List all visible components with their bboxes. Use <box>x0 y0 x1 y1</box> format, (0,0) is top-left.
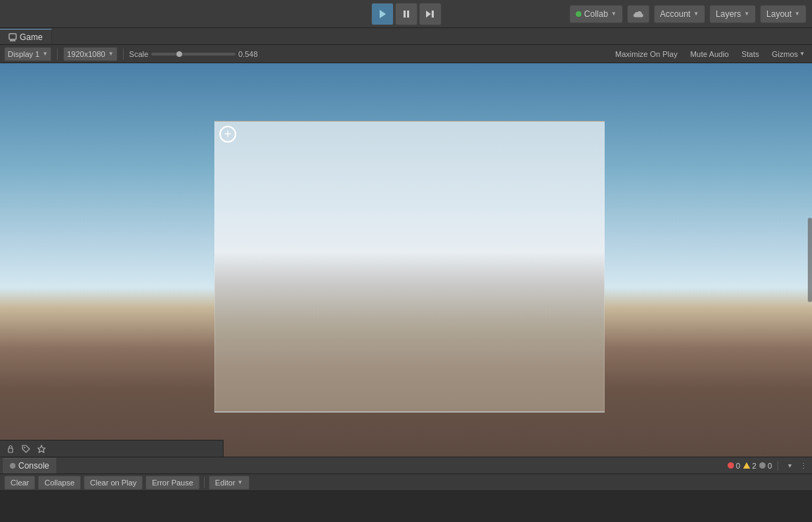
step-button[interactable] <box>419 3 442 25</box>
stats-button[interactable]: Stats <box>739 48 762 60</box>
console-toolbar: Clear Collapse Clear on Play Error Pause… <box>0 474 812 491</box>
scale-slider[interactable] <box>151 53 236 56</box>
warn-count: 2 <box>743 462 756 470</box>
gizmos-label: Gizmos <box>772 50 798 58</box>
console-tab-dot <box>10 463 15 469</box>
svg-marker-0 <box>380 10 386 18</box>
error-count-label: 0 <box>736 462 740 470</box>
bottom-left-panel <box>0 440 224 457</box>
svg-rect-2 <box>407 11 409 18</box>
svg-point-10 <box>24 447 25 448</box>
collapse-arrow-icon[interactable]: ▾ <box>784 460 795 471</box>
separator-2 <box>123 48 124 60</box>
game-options-right: Maximize On Play Mute Audio Stats Gizmos… <box>612 48 808 60</box>
header-sep <box>778 461 778 471</box>
error-count: 0 <box>728 462 740 470</box>
game-tab-bar: Game <box>0 28 812 45</box>
warn-icon <box>743 462 750 469</box>
svg-marker-3 <box>426 11 431 18</box>
account-chevron-icon: ▼ <box>693 11 699 17</box>
editor-label: Editor <box>215 478 236 487</box>
editor-button[interactable]: Editor ▼ <box>209 476 250 490</box>
console-tab[interactable]: Console <box>3 458 56 474</box>
svg-rect-9 <box>8 448 13 452</box>
collab-chevron-icon: ▼ <box>611 11 617 17</box>
cloud-icon <box>633 10 644 18</box>
game-tab-label: Game <box>20 32 43 42</box>
game-inner-rect: + <box>214 121 605 412</box>
gizmos-button[interactable]: Gizmos ▼ <box>769 48 808 60</box>
resolution-label: 1920x1080 <box>67 50 105 58</box>
svg-rect-1 <box>404 11 406 18</box>
collab-label: Collab <box>584 9 608 19</box>
info-count: 0 <box>759 462 772 470</box>
console-tab-label: Console <box>18 461 49 471</box>
separator-1 <box>57 48 58 60</box>
clear-button[interactable]: Clear <box>4 476 35 490</box>
layout-label: Layout <box>766 9 792 19</box>
editor-chevron-icon: ▼ <box>238 479 243 485</box>
top-toolbar: Collab ▼ Account ▼ Layers ▼ Layout ▼ <box>0 0 812 28</box>
console-header: Console 0 2 0 ▾ ⋮ <box>0 457 812 474</box>
clear-on-play-button[interactable]: Clear on Play <box>84 476 143 490</box>
display-label: Display 1 <box>8 50 39 58</box>
right-scrollbar[interactable] <box>808 218 812 302</box>
account-label: Account <box>660 9 690 19</box>
star-icon[interactable] <box>35 443 48 455</box>
resolution-select[interactable]: 1920x1080 ▼ <box>63 47 117 61</box>
mute-audio-button[interactable]: Mute Audio <box>688 48 732 60</box>
tag-icon[interactable] <box>20 443 32 455</box>
settings-icon[interactable]: ⋮ <box>798 460 809 471</box>
scale-bar: Scale 0.548 <box>129 50 608 58</box>
game-tab[interactable]: Game <box>0 29 52 44</box>
scale-value: 0.548 <box>238 50 258 58</box>
maximize-on-play-button[interactable]: Maximize On Play <box>612 48 681 60</box>
scale-slider-thumb <box>176 51 182 57</box>
info-count-label: 0 <box>768 462 772 470</box>
error-pause-button[interactable]: Error Pause <box>146 476 200 490</box>
toolbar-right: Collab ▼ Account ▼ Layers ▼ Layout ▼ <box>569 5 806 23</box>
game-options-bar: Display 1 ▼ 1920x1080 ▼ Scale 0.548 Maxi… <box>0 45 812 63</box>
info-icon <box>759 462 766 469</box>
display-select[interactable]: Display 1 ▼ <box>4 47 51 61</box>
game-viewport[interactable]: + <box>0 63 812 471</box>
play-button[interactable] <box>371 3 394 25</box>
layers-chevron-icon: ▼ <box>744 11 749 17</box>
game-tab-icon <box>8 33 17 41</box>
account-button[interactable]: Account ▼ <box>654 5 705 23</box>
resolution-chevron-icon: ▼ <box>108 51 114 57</box>
gizmos-chevron-icon: ▼ <box>799 51 805 57</box>
lock-icon[interactable] <box>4 443 17 455</box>
warn-count-label: 2 <box>752 462 756 470</box>
cloud-button[interactable] <box>627 5 650 23</box>
scale-label: Scale <box>129 50 149 58</box>
display-chevron-icon: ▼ <box>42 51 48 57</box>
console-content <box>0 491 812 522</box>
play-controls <box>371 3 442 25</box>
svg-rect-5 <box>9 34 16 39</box>
pause-button[interactable] <box>395 3 418 25</box>
layers-button[interactable]: Layers ▼ <box>709 5 756 23</box>
console-panel: Console 0 2 0 ▾ ⋮ Clear Collapse Clear o… <box>0 457 812 522</box>
crosshair-icon: + <box>219 126 236 143</box>
collab-button[interactable]: Collab ▼ <box>569 5 623 23</box>
collab-status-dot <box>576 11 581 17</box>
svg-rect-4 <box>432 11 434 18</box>
error-icon <box>728 462 734 469</box>
collapse-button[interactable]: Collapse <box>38 476 81 490</box>
layout-button[interactable]: Layout ▼ <box>760 5 806 23</box>
layout-chevron-icon: ▼ <box>794 11 800 17</box>
svg-marker-11 <box>38 445 45 452</box>
layers-label: Layers <box>716 9 741 19</box>
toolbar-sep <box>204 477 205 488</box>
console-header-right: 0 2 0 ▾ ⋮ <box>728 460 809 471</box>
